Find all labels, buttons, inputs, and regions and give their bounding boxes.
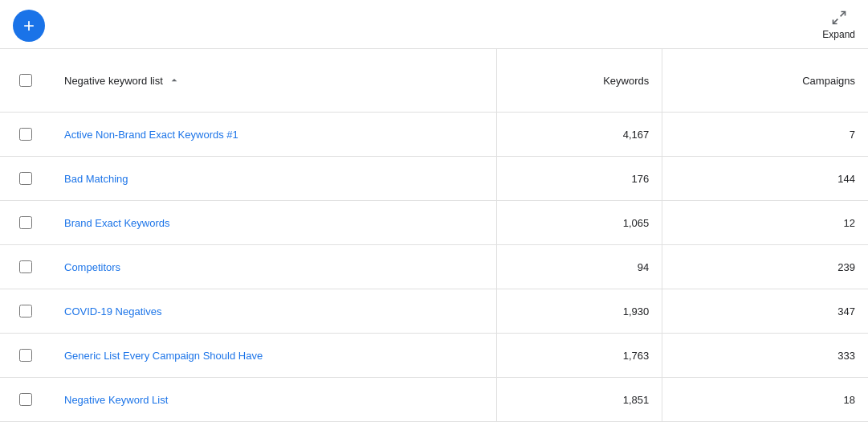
row-checkbox-2[interactable] [19,216,32,229]
row-campaigns-value-4: 347 [837,305,855,318]
row-checkbox-cell [0,201,51,245]
row-name-cell: Negative Keyword List [51,378,497,422]
header-name: Negative keyword list [51,49,497,113]
header-campaigns-label: Campaigns [802,75,855,87]
row-checkbox-1[interactable] [19,172,32,185]
row-checkbox-3[interactable] [19,260,32,273]
row-keywords-cell: 1,763 [497,334,662,378]
row-campaigns-value-3: 239 [837,261,855,273]
expand-button[interactable]: Expand [822,10,855,40]
row-keywords-cell: 1,065 [497,201,662,245]
row-campaigns-value-5: 333 [837,350,855,362]
row-campaigns-cell: 239 [662,245,868,289]
list-name-link-4[interactable]: COVID-19 Negatives [64,305,161,318]
svg-line-0 [840,12,845,17]
header-keywords: Keywords [497,49,662,113]
row-name-cell: Brand Exact Keywords [51,201,497,245]
list-name-link-0[interactable]: Active Non-Brand Exact Keywords #1 [64,129,238,141]
row-keywords-cell: 94 [497,245,662,289]
row-checkbox-6[interactable] [19,393,32,406]
row-keywords-value-2: 1,065 [623,217,650,229]
table-row: Competitors 94 239 [0,245,868,289]
row-checkbox-cell [0,157,51,201]
row-campaigns-cell: 12 [662,201,868,245]
row-campaigns-cell: 333 [662,334,868,378]
table-row: Brand Exact Keywords 1,065 12 [0,201,868,245]
sort-ascending-icon[interactable] [168,74,181,87]
row-keywords-cell: 1,851 [497,378,662,422]
row-campaigns-cell: 347 [662,289,868,334]
row-keywords-value-1: 176 [632,173,650,185]
svg-line-1 [833,19,837,24]
table-container: Negative keyword list Keywords Campaigns [0,48,868,422]
list-name-link-5[interactable]: Generic List Every Campaign Should Have [64,350,263,362]
list-name-link-6[interactable]: Negative Keyword List [64,394,168,406]
row-campaigns-cell: 144 [662,157,868,201]
row-checkbox-cell [0,245,51,289]
row-keywords-value-5: 1,763 [623,350,650,362]
header-name-label: Negative keyword list [64,75,163,87]
header-keywords-label: Keywords [603,75,649,87]
list-name-link-1[interactable]: Bad Matching [64,173,128,185]
row-campaigns-value-1: 144 [837,173,855,185]
row-name-cell: Competitors [51,245,497,289]
row-keywords-value-3: 94 [638,261,649,273]
row-keywords-value-6: 1,851 [623,394,650,406]
row-name-cell: COVID-19 Negatives [51,289,497,334]
row-keywords-cell: 176 [497,157,662,201]
row-campaigns-value-6: 18 [844,394,855,406]
row-keywords-value-4: 1,930 [623,305,650,318]
row-campaigns-value-2: 12 [844,217,855,229]
toolbar: + Expand [0,0,868,48]
row-checkbox-5[interactable] [19,349,32,362]
row-checkbox-cell [0,334,51,378]
table-header-row: Negative keyword list Keywords Campaigns [0,49,868,113]
row-checkbox-4[interactable] [19,305,32,318]
table-row: Negative Keyword List 1,851 18 [0,378,868,422]
row-keywords-cell: 1,930 [497,289,662,334]
table-row: Generic List Every Campaign Should Have … [0,334,868,378]
header-checkbox-cell [0,49,51,113]
table-row: Active Non-Brand Exact Keywords #1 4,167… [0,113,868,157]
table-row: Bad Matching 176 144 [0,157,868,201]
row-campaigns-value-0: 7 [850,129,855,141]
select-all-checkbox[interactable] [19,74,32,87]
plus-icon: + [23,14,35,37]
row-name-cell: Bad Matching [51,157,497,201]
keyword-list-table: Negative keyword list Keywords Campaigns [0,49,868,422]
row-name-cell: Active Non-Brand Exact Keywords #1 [51,113,497,157]
header-campaigns: Campaigns [662,49,868,113]
expand-label: Expand [822,29,855,40]
expand-icon [831,10,847,26]
row-campaigns-cell: 7 [662,113,868,157]
row-checkbox-cell [0,289,51,334]
row-campaigns-cell: 18 [662,378,868,422]
row-keywords-value-0: 4,167 [623,129,650,141]
row-keywords-cell: 4,167 [497,113,662,157]
add-button[interactable]: + [13,10,45,42]
list-name-link-2[interactable]: Brand Exact Keywords [64,217,170,229]
row-checkbox-cell [0,378,51,422]
table-body: Active Non-Brand Exact Keywords #1 4,167… [0,113,868,422]
row-checkbox-cell [0,113,51,157]
table-row: COVID-19 Negatives 1,930 347 [0,289,868,334]
row-name-cell: Generic List Every Campaign Should Have [51,334,497,378]
list-name-link-3[interactable]: Competitors [64,261,120,273]
row-checkbox-0[interactable] [19,128,32,141]
